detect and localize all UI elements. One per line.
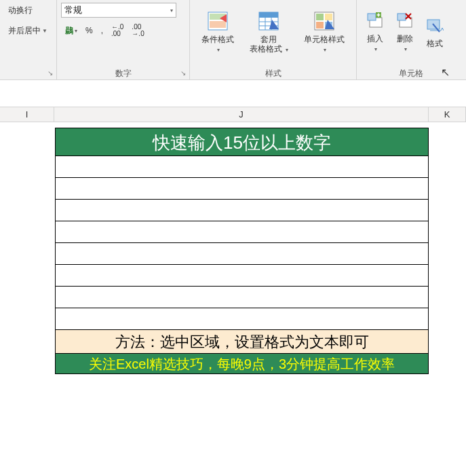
delete-icon xyxy=(396,12,414,33)
svg-rect-20 xyxy=(397,14,406,20)
cell-styles-label: 单元格样式 xyxy=(304,35,345,44)
alignment-group: 动换行 并后居中 ▼ ↘ xyxy=(0,0,57,79)
accounting-format-button[interactable]: 鷐 ▾ xyxy=(62,24,80,38)
cells-group: 插入▾ 删除▾ 格式 单元格 xyxy=(357,0,465,79)
chevron-down-icon: ▾ xyxy=(286,47,288,53)
column-header-i[interactable]: I xyxy=(0,107,54,122)
svg-rect-15 xyxy=(368,14,376,20)
ribbon: 动换行 并后居中 ▼ ↘ 常规 ▾ 鷐 ▾ % , xyxy=(0,0,466,80)
decrease-decimal-button[interactable]: .00→.0 xyxy=(129,22,147,39)
table-footer-cell[interactable]: 关注Excel精选技巧，每晚9点，3分钟提高工作效率 xyxy=(55,354,429,374)
chevron-down-icon: ▼ xyxy=(42,28,47,34)
chevron-down-icon: ▾ xyxy=(217,47,220,53)
styles-group-label: 样式 xyxy=(190,68,356,79)
table-row[interactable] xyxy=(55,221,429,243)
number-group-label: 数字 xyxy=(57,68,189,79)
insert-button[interactable]: 插入▾ xyxy=(361,11,389,55)
format-icon xyxy=(426,17,444,37)
number-group: 常规 ▾ 鷐 ▾ % , ←.0.00 .00→.0 xyxy=(57,0,190,79)
cond-fmt-label: 条件格式 xyxy=(201,35,234,44)
svg-rect-10 xyxy=(316,14,324,20)
delete-button[interactable]: 删除▾ xyxy=(391,11,419,55)
table-row[interactable] xyxy=(55,265,429,287)
increase-decimal-button[interactable]: ←.0.00 xyxy=(109,22,126,39)
styles-group: 条件格式▾ 套用 表格格式 ▾ 单元格样式▾ 样式 xyxy=(190,0,357,79)
chevron-down-icon: ▾ xyxy=(75,28,77,34)
format-button[interactable]: 格式 xyxy=(421,16,449,50)
table-row[interactable] xyxy=(55,287,429,308)
format-label: 格式 xyxy=(427,39,443,48)
table-row[interactable] xyxy=(55,308,429,330)
dialog-launcher-icon[interactable]: ↘ xyxy=(178,69,188,78)
format-table-label-2: 表格格式 xyxy=(250,44,282,54)
cell-styles-button[interactable]: 单元格样式▾ xyxy=(300,10,349,56)
table-method-cell[interactable]: 方法：选中区域，设置格式为文本即可 xyxy=(55,330,429,354)
table-row[interactable] xyxy=(55,156,429,178)
demo-table: 快速输入15位以上数字 方法：选中区域，设置格式为文本即可 关注Excel精选技… xyxy=(55,128,429,374)
table-row[interactable] xyxy=(55,178,429,200)
delete-label: 删除 xyxy=(397,34,413,43)
increase-decimal-icon: ←.0.00 xyxy=(111,24,123,37)
merge-center-label: 并后居中 xyxy=(8,25,41,37)
percent-format-button[interactable]: % xyxy=(83,24,96,37)
chevron-down-icon: ▾ xyxy=(324,47,326,53)
merge-center-button[interactable]: 并后居中 ▼ xyxy=(5,24,51,38)
insert-label: 插入 xyxy=(367,34,383,43)
conditional-format-button[interactable]: 条件格式▾ xyxy=(197,10,238,56)
percent-icon: % xyxy=(85,26,93,35)
column-header-row: I J K xyxy=(0,107,466,122)
svg-rect-12 xyxy=(316,22,324,29)
chevron-down-icon: ▾ xyxy=(170,7,173,14)
format-table-label-1: 套用 xyxy=(260,35,277,44)
chevron-down-icon: ▾ xyxy=(404,46,407,52)
wrap-text-button[interactable]: 动换行 xyxy=(5,3,51,18)
currency-icon: 鷐 xyxy=(65,25,73,37)
number-format-value: 常规 xyxy=(64,4,82,16)
comma-format-button[interactable]: , xyxy=(98,24,106,37)
format-table-icon xyxy=(258,12,279,33)
svg-rect-11 xyxy=(325,14,332,20)
table-row[interactable] xyxy=(55,243,429,265)
wrap-text-label: 动换行 xyxy=(8,5,33,16)
table-title-cell[interactable]: 快速输入15位以上数字 xyxy=(55,128,429,156)
svg-rect-2 xyxy=(210,21,226,28)
worksheet-area[interactable]: 快速输入15位以上数字 方法：选中区域，设置格式为文本即可 关注Excel精选技… xyxy=(0,122,466,475)
chevron-down-icon: ▾ xyxy=(374,46,377,52)
table-row[interactable] xyxy=(55,200,429,221)
insert-icon xyxy=(366,12,384,33)
column-header-k[interactable]: K xyxy=(429,107,466,122)
cell-styles-icon xyxy=(314,12,334,33)
svg-rect-4 xyxy=(259,12,278,18)
table-body xyxy=(55,156,429,330)
conditional-format-icon xyxy=(208,12,228,33)
cells-group-label: 单元格 xyxy=(357,68,465,79)
decrease-decimal-icon: .00→.0 xyxy=(132,24,144,37)
number-format-combo[interactable]: 常规 ▾ xyxy=(61,3,176,18)
format-as-table-button[interactable]: 套用 表格格式 ▾ xyxy=(246,10,292,56)
formula-bar-area xyxy=(0,80,466,107)
comma-icon: , xyxy=(101,26,103,35)
column-header-j[interactable]: J xyxy=(54,107,429,122)
dialog-launcher-icon[interactable]: ↘ xyxy=(45,69,55,78)
